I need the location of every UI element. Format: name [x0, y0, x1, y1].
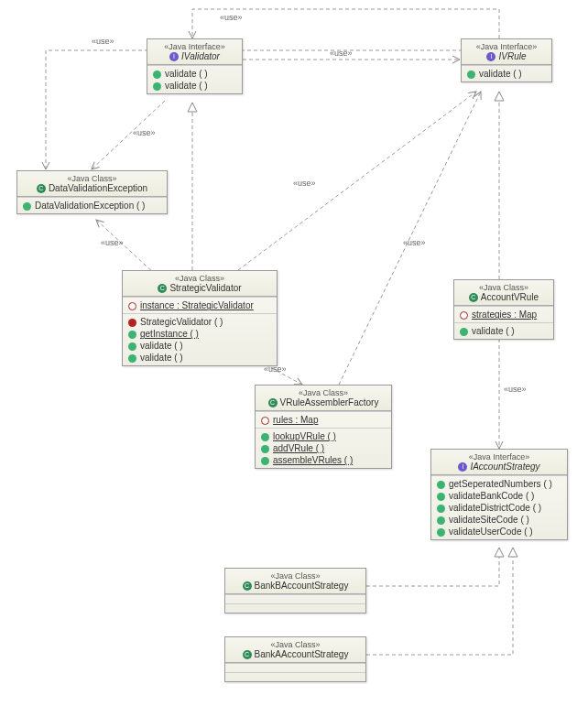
op: validate ( ) [140, 353, 183, 363]
visibility-icon [437, 481, 445, 489]
visibility-icon [467, 71, 475, 79]
attr: rules : Map [273, 415, 318, 425]
class-icon: C [158, 284, 167, 293]
class-name: BankAAccountStrategy [255, 649, 349, 659]
op: validate ( ) [165, 69, 208, 79]
visibility-icon [261, 433, 269, 441]
visibility-icon [437, 528, 445, 537]
interface-icon: I [486, 52, 495, 61]
op: validate ( ) [165, 81, 208, 91]
node-BankAAccountStrategy[interactable]: «Java Class» CBankAAccountStrategy [224, 636, 366, 682]
op: getInstance ( ) [140, 329, 199, 339]
class-name: IValidator [181, 51, 220, 61]
visibility-icon [460, 328, 468, 336]
interface-icon: I [458, 462, 467, 472]
visibility-icon [261, 417, 269, 425]
attr: strategies : Map [472, 310, 537, 320]
use-label: «use» [92, 37, 114, 46]
visibility-icon [437, 493, 445, 501]
stereotype: «Java Class» [460, 283, 548, 292]
op: validate ( ) [472, 326, 515, 336]
use-label: «use» [133, 128, 156, 137]
use-label: «use» [330, 49, 353, 58]
op: StrategicValidator ( ) [140, 317, 223, 327]
op: validateBankCode ( ) [449, 491, 534, 501]
stereotype: «Java Class» [23, 174, 161, 183]
visibility-icon [460, 311, 468, 320]
class-name: VRuleAssemblerFactory [280, 397, 379, 407]
use-label: «use» [504, 385, 527, 394]
op: DataValidationException ( ) [35, 201, 145, 211]
class-name: DataValidationException [49, 183, 147, 193]
visibility-icon [437, 516, 445, 525]
stereotype: «Java Class» [231, 571, 360, 581]
visibility-icon [261, 445, 269, 453]
use-label: «use» [101, 238, 124, 247]
visibility-icon [153, 71, 161, 79]
node-IAccountStrategy[interactable]: «Java Interface» IIAccountStrategy getSe… [430, 449, 568, 540]
op: validate ( ) [479, 69, 522, 79]
class-name: AccountVRule [481, 292, 539, 302]
class-icon: C [37, 184, 46, 193]
node-BankBAccountStrategy[interactable]: «Java Class» CBankBAccountStrategy [224, 568, 366, 614]
visibility-icon [128, 331, 136, 339]
stereotype: «Java Class» [261, 388, 386, 397]
class-icon: C [268, 398, 278, 407]
op: assembleVRules ( ) [273, 455, 353, 465]
visibility-icon [437, 505, 445, 513]
class-name: BankBAccountStrategy [255, 581, 349, 591]
class-name: IVRule [498, 51, 526, 61]
op: lookupVRule ( ) [273, 431, 336, 441]
class-icon: C [243, 581, 252, 591]
use-label: «use» [220, 13, 243, 22]
node-IValidator[interactable]: «Java Interface» IIValidator validate ( … [147, 38, 243, 94]
op: validateUserCode ( ) [449, 527, 533, 537]
visibility-icon [128, 342, 136, 351]
node-VRuleAssemblerFactory[interactable]: «Java Class» CVRuleAssemblerFactory rule… [255, 385, 392, 469]
visibility-icon [128, 302, 136, 310]
stereotype: «Java Interface» [467, 42, 546, 51]
stereotype: «Java Class» [128, 274, 271, 283]
visibility-icon [23, 202, 31, 211]
attr: instance : StrategicValidator [140, 300, 254, 310]
op: validateDistrictCode ( ) [449, 503, 541, 513]
class-name: IAccountStrategy [470, 462, 539, 472]
node-IVRule[interactable]: «Java Interface» IIVRule validate ( ) [461, 38, 552, 82]
stereotype: «Java Interface» [153, 42, 236, 51]
node-DataValidationException[interactable]: «Java Class» CDataValidationException Da… [16, 170, 168, 214]
class-icon: C [243, 650, 252, 659]
interface-icon: I [169, 52, 179, 61]
visibility-icon [153, 82, 161, 91]
class-name: StrategicValidator [169, 283, 241, 293]
class-icon: C [469, 293, 478, 302]
node-AccountVRule[interactable]: «Java Class» CAccountVRule strategies : … [453, 279, 554, 340]
visibility-icon [128, 319, 136, 327]
stereotype: «Java Interface» [437, 452, 561, 462]
stereotype: «Java Class» [231, 640, 360, 649]
use-label: «use» [403, 238, 426, 247]
op: validateSiteCode ( ) [449, 515, 529, 525]
use-label: «use» [293, 179, 316, 188]
op: getSeperatedNumbers ( ) [449, 479, 552, 489]
node-StrategicValidator[interactable]: «Java Class» CStrategicValidator instanc… [122, 270, 278, 366]
visibility-icon [261, 457, 269, 465]
visibility-icon [128, 354, 136, 363]
op: validate ( ) [140, 341, 183, 351]
op: addVRule ( ) [273, 443, 324, 453]
